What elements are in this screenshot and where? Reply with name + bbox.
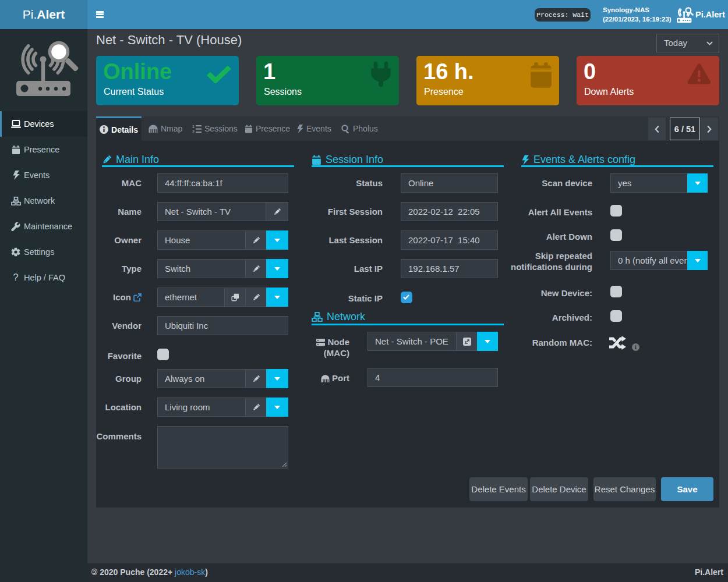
svg-text:1: 1 xyxy=(192,125,195,129)
svg-text:2: 2 xyxy=(192,130,195,133)
